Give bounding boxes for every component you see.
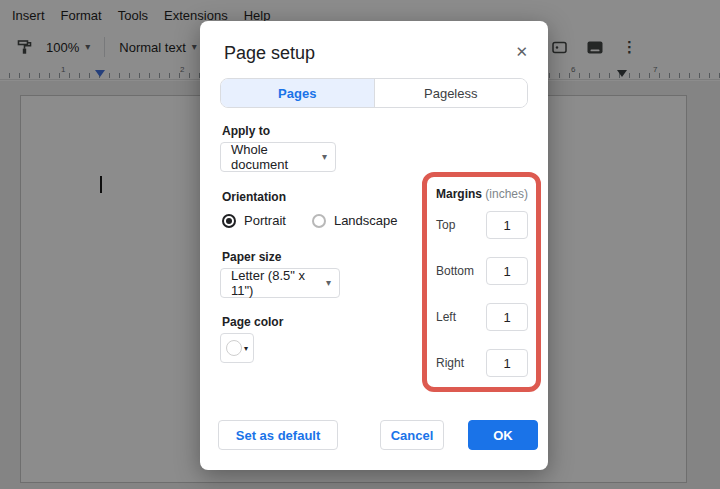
ok-button[interactable]: OK xyxy=(468,420,538,450)
margin-right-input[interactable] xyxy=(486,349,528,377)
chevron-down-icon: ▾ xyxy=(322,152,327,162)
margins-unit-label: (inches) xyxy=(485,187,528,201)
apply-to-label: Apply to xyxy=(222,124,270,138)
margins-label: Margins (inches) xyxy=(436,187,528,201)
tab-pageless[interactable]: Pageless xyxy=(374,79,528,107)
page-color-picker[interactable]: ▾ xyxy=(220,333,254,363)
margins-highlight-box: Margins (inches) Top Bottom Left Right xyxy=(422,172,541,392)
chevron-down-icon: ▾ xyxy=(244,344,248,353)
margin-top-label: Top xyxy=(436,218,455,232)
radio-selected-icon xyxy=(222,214,236,228)
margin-row-right: Right xyxy=(436,349,528,377)
margin-row-left: Left xyxy=(436,303,528,331)
paper-size-value: Letter (8.5" x 11") xyxy=(231,268,318,298)
paper-size-dropdown[interactable]: Letter (8.5" x 11") ▾ xyxy=(220,268,340,298)
radio-portrait[interactable]: Portrait xyxy=(222,213,286,228)
radio-unselected-icon xyxy=(312,214,326,228)
orientation-label: Orientation xyxy=(222,190,286,204)
set-as-default-button[interactable]: Set as default xyxy=(218,420,338,450)
radio-landscape[interactable]: Landscape xyxy=(312,213,398,228)
page-setup-dialog: Page setup ✕ Pages Pageless Apply to Who… xyxy=(200,21,548,470)
margin-left-label: Left xyxy=(436,310,456,324)
tab-pages[interactable]: Pages xyxy=(221,79,374,107)
apply-to-dropdown[interactable]: Whole document ▾ xyxy=(220,142,336,172)
margins-label-bold: Margins xyxy=(436,187,482,201)
radio-portrait-label: Portrait xyxy=(244,213,286,228)
chevron-down-icon: ▾ xyxy=(326,278,331,288)
margin-left-input[interactable] xyxy=(486,303,528,331)
radio-landscape-label: Landscape xyxy=(334,213,398,228)
close-icon[interactable]: ✕ xyxy=(515,43,528,61)
orientation-options: Portrait Landscape xyxy=(222,213,398,228)
margin-bottom-input[interactable] xyxy=(486,257,528,285)
margin-row-top: Top xyxy=(436,211,528,239)
page-color-label: Page color xyxy=(222,315,283,329)
margin-right-label: Right xyxy=(436,356,464,370)
color-swatch xyxy=(226,340,242,356)
cancel-button[interactable]: Cancel xyxy=(380,420,444,450)
paper-size-label: Paper size xyxy=(222,250,281,264)
dialog-title: Page setup xyxy=(224,43,315,64)
margin-row-bottom: Bottom xyxy=(436,257,528,285)
apply-to-value: Whole document xyxy=(231,142,314,172)
page-setup-tabs: Pages Pageless xyxy=(220,78,528,108)
margin-top-input[interactable] xyxy=(486,211,528,239)
margin-bottom-label: Bottom xyxy=(436,264,474,278)
